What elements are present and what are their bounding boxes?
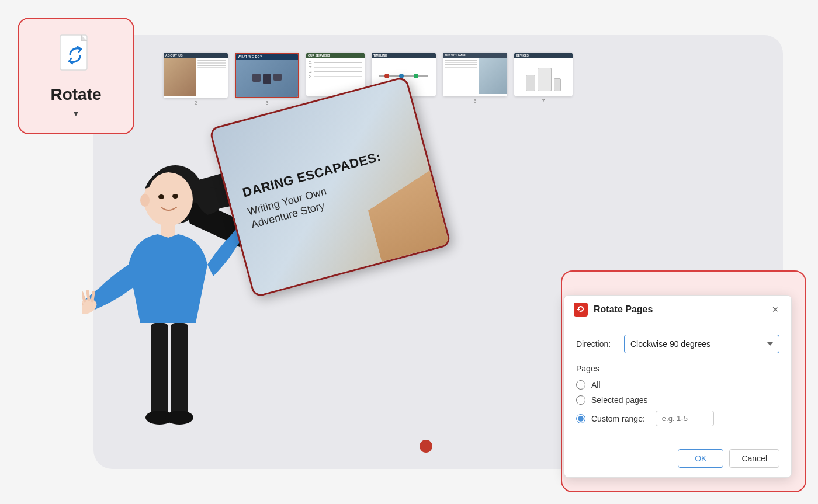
radio-all-row: All bbox=[576, 380, 779, 390]
svg-point-3 bbox=[140, 194, 150, 207]
thumbnail-5[interactable]: TEXT WITH IMAGE 6 bbox=[443, 53, 507, 104]
radio-selected-label: Selected pages bbox=[591, 395, 648, 405]
radio-custom[interactable] bbox=[576, 414, 585, 423]
radio-selected[interactable] bbox=[576, 395, 585, 405]
radio-custom-label: Custom range: bbox=[591, 414, 645, 423]
thumb-number-5: 6 bbox=[443, 98, 507, 104]
radio-all-label: All bbox=[591, 380, 601, 390]
rotate-file-icon bbox=[56, 34, 96, 81]
rotate-label: Rotate bbox=[50, 85, 101, 104]
thumbnail-1[interactable]: ABOUT US 2 bbox=[164, 53, 228, 106]
svg-point-4 bbox=[158, 194, 164, 199]
svg-line-9 bbox=[82, 293, 85, 301]
rotate-arrow: ▼ bbox=[72, 109, 80, 118]
thumb-header-3: OUR SERVICES bbox=[306, 53, 365, 58]
dialog-body: Direction: Clockwise 90 degrees Counter-… bbox=[564, 324, 791, 437]
red-dot bbox=[420, 440, 432, 453]
svg-rect-6 bbox=[161, 221, 175, 238]
radio-all[interactable] bbox=[576, 380, 585, 390]
thumb-number-6: 7 bbox=[514, 98, 573, 104]
thumb-number-1: 2 bbox=[164, 100, 228, 106]
thumb-header-4: TIMELINE bbox=[372, 53, 436, 58]
pages-label: Pages bbox=[576, 364, 779, 373]
thumbnails-row: ABOUT US 2 WHAT WE DO? bbox=[158, 47, 760, 112]
dialog-title: Rotate Pages bbox=[594, 304, 653, 315]
svg-line-11 bbox=[92, 293, 93, 301]
thumb-header-5: TEXT WITH IMAGE bbox=[443, 53, 507, 58]
custom-range-input[interactable] bbox=[656, 411, 714, 426]
svg-rect-18 bbox=[171, 323, 188, 416]
direction-label: Direction: bbox=[576, 339, 617, 349]
dialog-titlebar: Rotate Pages × bbox=[564, 296, 791, 324]
thumb-header-6: DEVICES bbox=[514, 53, 573, 58]
radio-selected-row: Selected pages bbox=[576, 395, 779, 405]
rotate-card: Rotate ▼ bbox=[18, 18, 134, 134]
thumb-header-1: ABOUT US bbox=[164, 53, 228, 58]
direction-row: Direction: Clockwise 90 degrees Counter-… bbox=[576, 335, 779, 353]
dialog-footer: OK Cancel bbox=[564, 442, 791, 477]
svg-point-5 bbox=[172, 194, 178, 199]
thumbnail-2[interactable]: WHAT WE DO? 3 bbox=[235, 53, 299, 106]
dialog-close-button[interactable]: × bbox=[768, 303, 782, 316]
dialog-title-section: Rotate Pages bbox=[574, 303, 653, 317]
cancel-button[interactable]: Cancel bbox=[729, 449, 779, 468]
svg-rect-17 bbox=[151, 323, 168, 416]
svg-line-10 bbox=[88, 291, 89, 300]
thumbnail-6[interactable]: DEVICES 7 bbox=[514, 53, 573, 104]
thumb-number-2: 3 bbox=[235, 100, 299, 106]
ok-button[interactable]: OK bbox=[678, 449, 723, 468]
svg-point-20 bbox=[165, 411, 193, 425]
thumb-header-2: WHAT WE DO? bbox=[236, 54, 298, 60]
pages-radio-group: All Selected pages Custom range: bbox=[576, 380, 779, 426]
direction-select[interactable]: Clockwise 90 degrees Counter-clockwise 9… bbox=[624, 335, 779, 353]
dialog-app-icon bbox=[574, 303, 588, 317]
rotate-pages-dialog: Rotate Pages × Direction: Clockwise 90 d… bbox=[564, 295, 792, 478]
radio-custom-row: Custom range: bbox=[576, 411, 779, 426]
